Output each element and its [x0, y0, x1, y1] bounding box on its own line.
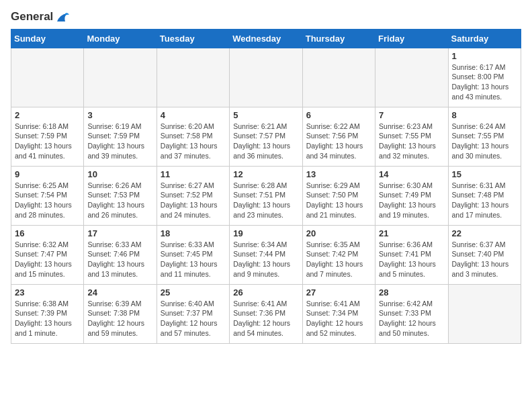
- day-number: 9: [15, 169, 80, 179]
- day-number: 5: [233, 110, 298, 120]
- day-number: 13: [306, 169, 371, 179]
- day-info: Sunrise: 6:39 AM Sunset: 7:38 PM Dayligh…: [87, 299, 152, 338]
- calendar-week-row: 1Sunrise: 6:17 AM Sunset: 8:00 PM Daylig…: [11, 48, 521, 107]
- header-monday: Monday: [84, 29, 157, 48]
- day-info: Sunrise: 6:30 AM Sunset: 7:49 PM Dayligh…: [379, 181, 444, 220]
- day-number: 7: [379, 110, 444, 120]
- day-number: 3: [87, 110, 152, 120]
- calendar-cell: [84, 48, 157, 107]
- day-number: 28: [379, 287, 444, 298]
- day-info: Sunrise: 6:19 AM Sunset: 7:59 PM Dayligh…: [87, 122, 152, 161]
- calendar-week-row: 16Sunrise: 6:32 AM Sunset: 7:47 PM Dayli…: [11, 225, 521, 284]
- day-number: 16: [15, 228, 80, 238]
- calendar-cell: 22Sunrise: 6:37 AM Sunset: 7:40 PM Dayli…: [448, 225, 521, 284]
- calendar-cell: [375, 48, 448, 107]
- day-info: Sunrise: 6:40 AM Sunset: 7:37 PM Dayligh…: [161, 299, 226, 338]
- header-thursday: Thursday: [302, 29, 375, 48]
- day-info: Sunrise: 6:18 AM Sunset: 7:59 PM Dayligh…: [15, 122, 80, 161]
- day-number: 24: [87, 287, 152, 298]
- day-number: 20: [306, 228, 371, 238]
- calendar-cell: 8Sunrise: 6:24 AM Sunset: 7:55 PM Daylig…: [448, 107, 521, 166]
- day-number: 26: [233, 287, 298, 298]
- calendar-cell: 11Sunrise: 6:27 AM Sunset: 7:52 PM Dayli…: [157, 166, 229, 225]
- calendar-cell: [302, 48, 375, 107]
- calendar-week-row: 23Sunrise: 6:38 AM Sunset: 7:39 PM Dayli…: [11, 284, 521, 343]
- calendar-cell: 20Sunrise: 6:35 AM Sunset: 7:42 PM Dayli…: [302, 225, 375, 284]
- calendar-cell: 6Sunrise: 6:22 AM Sunset: 7:56 PM Daylig…: [302, 107, 375, 166]
- logo: General: [11, 11, 69, 24]
- calendar-cell: 4Sunrise: 6:20 AM Sunset: 7:58 PM Daylig…: [157, 107, 229, 166]
- day-number: 18: [161, 228, 226, 238]
- calendar-header-row: SundayMondayTuesdayWednesdayThursdayFrid…: [11, 29, 521, 48]
- header-tuesday: Tuesday: [157, 29, 229, 48]
- calendar-cell: 14Sunrise: 6:30 AM Sunset: 7:49 PM Dayli…: [375, 166, 448, 225]
- calendar-cell: 18Sunrise: 6:33 AM Sunset: 7:45 PM Dayli…: [157, 225, 229, 284]
- day-number: 17: [87, 228, 152, 238]
- day-info: Sunrise: 6:33 AM Sunset: 7:46 PM Dayligh…: [87, 240, 152, 279]
- calendar-cell: 9Sunrise: 6:25 AM Sunset: 7:54 PM Daylig…: [11, 166, 84, 225]
- day-number: 10: [87, 169, 152, 179]
- day-info: Sunrise: 6:28 AM Sunset: 7:51 PM Dayligh…: [233, 181, 298, 220]
- calendar-cell: 27Sunrise: 6:41 AM Sunset: 7:34 PM Dayli…: [302, 284, 375, 343]
- day-info: Sunrise: 6:41 AM Sunset: 7:34 PM Dayligh…: [306, 299, 371, 338]
- day-number: 11: [161, 169, 226, 179]
- calendar-cell: 25Sunrise: 6:40 AM Sunset: 7:37 PM Dayli…: [157, 284, 229, 343]
- header-friday: Friday: [375, 29, 448, 48]
- calendar-week-row: 9Sunrise: 6:25 AM Sunset: 7:54 PM Daylig…: [11, 166, 521, 225]
- day-number: 12: [233, 169, 298, 179]
- day-info: Sunrise: 6:33 AM Sunset: 7:45 PM Dayligh…: [161, 240, 226, 279]
- calendar-cell: 12Sunrise: 6:28 AM Sunset: 7:51 PM Dayli…: [230, 166, 302, 225]
- day-info: Sunrise: 6:41 AM Sunset: 7:36 PM Dayligh…: [233, 299, 298, 338]
- day-info: Sunrise: 6:31 AM Sunset: 7:48 PM Dayligh…: [452, 181, 517, 220]
- header-wednesday: Wednesday: [230, 29, 302, 48]
- day-number: 22: [452, 228, 517, 238]
- day-info: Sunrise: 6:22 AM Sunset: 7:56 PM Dayligh…: [306, 122, 371, 161]
- day-info: Sunrise: 6:23 AM Sunset: 7:55 PM Dayligh…: [379, 122, 444, 161]
- day-info: Sunrise: 6:34 AM Sunset: 7:44 PM Dayligh…: [233, 240, 298, 279]
- day-info: Sunrise: 6:21 AM Sunset: 7:57 PM Dayligh…: [233, 122, 298, 161]
- day-number: 1: [452, 51, 517, 61]
- day-info: Sunrise: 6:20 AM Sunset: 7:58 PM Dayligh…: [161, 122, 226, 161]
- day-number: 14: [379, 169, 444, 179]
- day-number: 25: [161, 287, 226, 298]
- day-info: Sunrise: 6:24 AM Sunset: 7:55 PM Dayligh…: [452, 122, 517, 161]
- day-info: Sunrise: 6:17 AM Sunset: 8:00 PM Dayligh…: [452, 62, 517, 102]
- calendar-cell: 24Sunrise: 6:39 AM Sunset: 7:38 PM Dayli…: [84, 284, 157, 343]
- calendar-cell: 28Sunrise: 6:42 AM Sunset: 7:33 PM Dayli…: [375, 284, 448, 343]
- calendar-cell: 13Sunrise: 6:29 AM Sunset: 7:50 PM Dayli…: [302, 166, 375, 225]
- calendar-cell: 16Sunrise: 6:32 AM Sunset: 7:47 PM Dayli…: [11, 225, 84, 284]
- calendar-cell: [230, 48, 302, 107]
- calendar-cell: [448, 284, 521, 343]
- header-saturday: Saturday: [448, 29, 521, 48]
- day-number: 2: [15, 110, 80, 120]
- calendar-cell: 5Sunrise: 6:21 AM Sunset: 7:57 PM Daylig…: [230, 107, 302, 166]
- day-info: Sunrise: 6:26 AM Sunset: 7:53 PM Dayligh…: [87, 181, 152, 220]
- header-sunday: Sunday: [11, 29, 84, 48]
- calendar-cell: 10Sunrise: 6:26 AM Sunset: 7:53 PM Dayli…: [84, 166, 157, 225]
- day-number: 4: [161, 110, 226, 120]
- calendar-cell: 15Sunrise: 6:31 AM Sunset: 7:48 PM Dayli…: [448, 166, 521, 225]
- calendar-table: SundayMondayTuesdayWednesdayThursdayFrid…: [11, 29, 521, 344]
- day-number: 15: [452, 169, 517, 179]
- day-number: 27: [306, 287, 371, 298]
- day-info: Sunrise: 6:35 AM Sunset: 7:42 PM Dayligh…: [306, 240, 371, 279]
- day-info: Sunrise: 6:32 AM Sunset: 7:47 PM Dayligh…: [15, 240, 80, 279]
- day-info: Sunrise: 6:37 AM Sunset: 7:40 PM Dayligh…: [452, 240, 517, 279]
- day-number: 8: [452, 110, 517, 120]
- calendar-cell: 7Sunrise: 6:23 AM Sunset: 7:55 PM Daylig…: [375, 107, 448, 166]
- page-header: General: [11, 11, 521, 24]
- calendar-cell: 1Sunrise: 6:17 AM Sunset: 8:00 PM Daylig…: [448, 48, 521, 107]
- day-number: 21: [379, 228, 444, 238]
- day-number: 6: [306, 110, 371, 120]
- day-number: 23: [15, 287, 80, 298]
- calendar-cell: [157, 48, 229, 107]
- calendar-cell: 23Sunrise: 6:38 AM Sunset: 7:39 PM Dayli…: [11, 284, 84, 343]
- calendar-cell: 21Sunrise: 6:36 AM Sunset: 7:41 PM Dayli…: [375, 225, 448, 284]
- calendar-cell: 2Sunrise: 6:18 AM Sunset: 7:59 PM Daylig…: [11, 107, 84, 166]
- day-info: Sunrise: 6:27 AM Sunset: 7:52 PM Dayligh…: [161, 181, 226, 220]
- day-info: Sunrise: 6:25 AM Sunset: 7:54 PM Dayligh…: [15, 181, 80, 220]
- calendar-cell: [11, 48, 84, 107]
- calendar-cell: 3Sunrise: 6:19 AM Sunset: 7:59 PM Daylig…: [84, 107, 157, 166]
- calendar-cell: 19Sunrise: 6:34 AM Sunset: 7:44 PM Dayli…: [230, 225, 302, 284]
- day-info: Sunrise: 6:38 AM Sunset: 7:39 PM Dayligh…: [15, 299, 80, 338]
